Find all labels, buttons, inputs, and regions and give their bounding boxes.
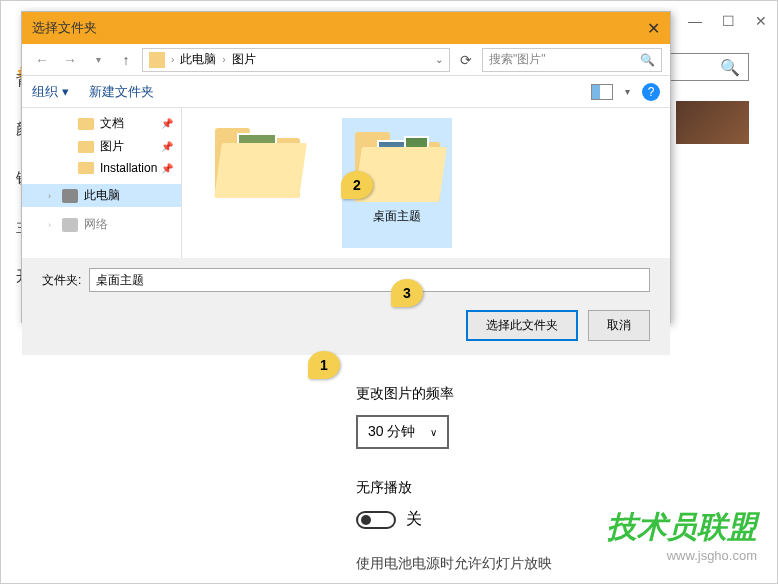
- folder-icon: [78, 141, 94, 153]
- dropdown-value: 30 分钟: [368, 423, 415, 441]
- pin-icon: 📌: [161, 141, 173, 152]
- folder-tree: 文档📌 图片📌 Installation📌 ›此电脑 ›网络: [22, 108, 182, 258]
- chevron-right-icon: ›: [171, 54, 174, 65]
- tree-item[interactable]: 文档📌: [22, 112, 181, 135]
- dropdown-history-icon[interactable]: ▾: [86, 48, 110, 72]
- breadcrumb-current[interactable]: 图片: [232, 51, 256, 68]
- search-icon: 🔍: [640, 53, 655, 67]
- network-icon: [62, 218, 78, 232]
- folder-name-input[interactable]: [89, 268, 650, 292]
- back-icon[interactable]: ←: [30, 48, 54, 72]
- cancel-button[interactable]: 取消: [588, 310, 650, 341]
- new-folder-button[interactable]: 新建文件夹: [89, 83, 154, 101]
- tree-item[interactable]: Installation📌: [22, 158, 181, 178]
- forward-icon[interactable]: →: [58, 48, 82, 72]
- shuffle-title: 无序播放: [356, 479, 656, 497]
- select-folder-button[interactable]: 选择此文件夹: [466, 310, 578, 341]
- annotation-2: 2: [341, 171, 373, 199]
- chevron-down-icon[interactable]: ⌄: [435, 54, 443, 65]
- chevron-right-icon: ›: [222, 54, 225, 65]
- tree-item-selected[interactable]: ›此电脑: [22, 184, 181, 207]
- help-icon[interactable]: ?: [642, 83, 660, 101]
- pin-icon: 📌: [161, 163, 173, 174]
- annotation-3: 3: [391, 279, 423, 307]
- refresh-icon[interactable]: ⟳: [454, 52, 478, 68]
- toggle-state: 关: [406, 509, 422, 530]
- expand-icon[interactable]: ›: [48, 191, 51, 201]
- folder-item[interactable]: [202, 118, 312, 248]
- folder-icon: [78, 162, 94, 174]
- organize-menu[interactable]: 组织 ▾: [32, 83, 69, 101]
- view-icon[interactable]: [591, 84, 613, 100]
- annotation-1: 1: [308, 351, 340, 379]
- up-icon[interactable]: ↑: [114, 48, 138, 72]
- shuffle-toggle[interactable]: [356, 511, 396, 529]
- chevron-down-icon: ∨: [430, 427, 437, 438]
- search-input[interactable]: 搜索"图片" 🔍: [482, 48, 662, 72]
- view-dropdown-icon[interactable]: ▾: [625, 86, 630, 97]
- folder-icon: [149, 52, 165, 68]
- folder-icon: [78, 118, 94, 130]
- min-icon[interactable]: —: [688, 13, 702, 29]
- expand-icon[interactable]: ›: [48, 220, 51, 230]
- breadcrumb[interactable]: › 此电脑 › 图片 ⌄: [142, 48, 450, 72]
- pc-icon: [62, 189, 78, 203]
- tree-item[interactable]: ›网络: [22, 213, 181, 236]
- folder-name-bar: 文件夹:: [22, 258, 670, 302]
- folder-picker-dialog: 选择文件夹 ✕ ← → ▾ ↑ › 此电脑 › 图片 ⌄ ⟳ 搜索"图片" 🔍 …: [21, 11, 671, 323]
- tree-item[interactable]: 图片📌: [22, 135, 181, 158]
- pin-icon: 📌: [161, 118, 173, 129]
- dialog-titlebar: 选择文件夹 ✕: [22, 12, 670, 44]
- close-icon[interactable]: ✕: [755, 13, 767, 29]
- wallpaper-thumbnail: [676, 101, 749, 144]
- search-icon: 🔍: [720, 58, 740, 77]
- toolbar: 组织 ▾ 新建文件夹 ▾ ?: [22, 76, 670, 108]
- dialog-buttons: 选择此文件夹 取消: [22, 302, 670, 355]
- search-placeholder: 搜索"图片": [489, 51, 546, 68]
- max-icon[interactable]: ☐: [722, 13, 735, 29]
- dialog-title: 选择文件夹: [32, 19, 647, 37]
- watermark: 技术员联盟 www.jsgho.com: [607, 507, 757, 563]
- frequency-dropdown[interactable]: 30 分钟 ∨: [356, 415, 449, 449]
- frequency-title: 更改图片的频率: [356, 385, 656, 403]
- file-pane[interactable]: 桌面主题: [182, 108, 670, 258]
- breadcrumb-root[interactable]: 此电脑: [180, 51, 216, 68]
- folder-label: 文件夹:: [42, 272, 81, 289]
- nav-bar: ← → ▾ ↑ › 此电脑 › 图片 ⌄ ⟳ 搜索"图片" 🔍: [22, 44, 670, 76]
- close-icon[interactable]: ✕: [647, 19, 660, 38]
